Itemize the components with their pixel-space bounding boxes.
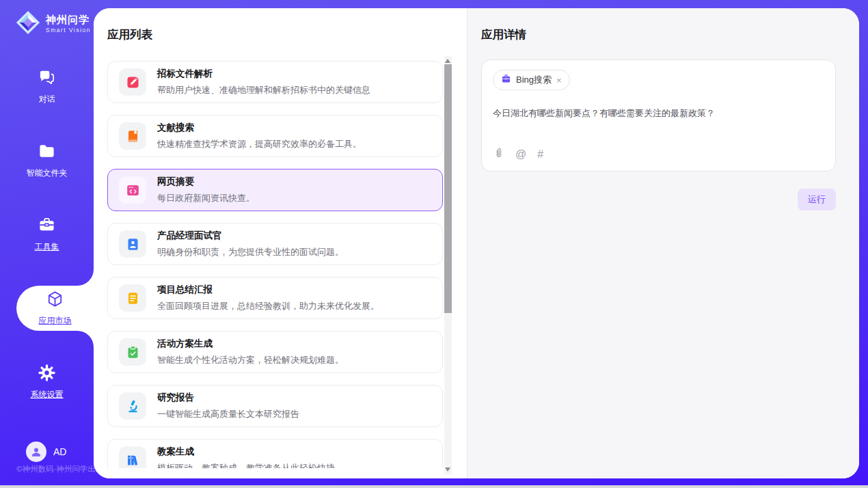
user-account[interactable]: AD (26, 442, 66, 462)
browser-code-icon (119, 176, 146, 204)
app-list-item[interactable]: 研究报告 一键智能生成高质量长文本研究报告 (107, 385, 443, 427)
app-item-name: 产品经理面试官 (157, 230, 344, 242)
app-item-desc: 智能生成个性化活动方案，轻松解决规划难题。 (157, 354, 344, 366)
tool-tag-bing-search[interactable]: Bing搜索 × (493, 70, 570, 90)
app-detail-title: 应用详情 (481, 27, 859, 42)
toolbox-icon (38, 216, 56, 237)
app-item-desc: 全面回顾项目进展，总结经验教训，助力未来优化发展。 (157, 300, 379, 312)
window-bottom-edge (0, 485, 868, 488)
books-icon (119, 446, 146, 468)
app-item-desc: 每日政府新闻资讯快查。 (157, 192, 255, 204)
user-name: AD (53, 446, 66, 457)
sidebar-item-label: 系统设置 (31, 389, 64, 401)
paperclip-icon[interactable] (493, 147, 504, 162)
report-doc-icon (119, 284, 146, 312)
app-item-name: 活动方案生成 (157, 338, 344, 350)
app-list-viewport: 招标文件解析 帮助用户快速、准确地理解和解析招标书中的关键信息 文献搜索 快速精… (94, 53, 467, 468)
app-item-desc: 帮助用户快速、准确地理解和解析招标书中的关键信息 (157, 84, 370, 96)
app-list-item[interactable]: 教案生成 模板驱动，教案秒成，教学准备从此轻松快捷 (107, 439, 443, 468)
sidebar-nav: 对话 智能文件夹 工具集 (0, 64, 94, 433)
gear-icon (38, 364, 56, 385)
book-icon (119, 122, 146, 150)
folder-icon (38, 142, 56, 163)
logo-diamond-icon (15, 10, 41, 38)
app-item-name: 招标文件解析 (157, 68, 370, 80)
app-item-desc: 明确身份和职责，为您提供专业性的面试问题。 (157, 246, 344, 258)
briefcase-icon (501, 74, 511, 87)
microscope-icon (119, 392, 146, 420)
sidebar-item-toolset[interactable]: 工具集 (0, 212, 94, 257)
mention-icon[interactable]: @ (515, 149, 526, 160)
app-detail-panel: 应用详情 Bing搜索 × 今日湖北有哪些新闻要点？有哪些需要关注的最新政策？ (467, 8, 859, 478)
app-list-item[interactable]: 网页摘要 每日政府新闻资讯快查。 (107, 169, 443, 211)
app-item-name: 研究报告 (157, 392, 299, 404)
app-item-name: 网页摘要 (157, 176, 255, 188)
app-list: 招标文件解析 帮助用户快速、准确地理解和解析招标书中的关键信息 文献搜索 快速精… (94, 53, 467, 468)
sidebar: 神州问学 Smart Vision 对话 智能文件夹 (0, 0, 94, 478)
app-item-name: 教案生成 (157, 446, 335, 458)
avatar (26, 442, 46, 462)
brand-subtitle: Smart Vision (46, 27, 91, 33)
app-item-name: 项目总结汇报 (157, 284, 379, 296)
sidebar-item-label: 工具集 (35, 241, 59, 253)
tool-tag-label: Bing搜索 (516, 74, 552, 86)
clipboard-check-icon (119, 338, 146, 366)
query-text[interactable]: 今日湖北有哪些新闻要点？有哪些需要关注的最新政策？ (493, 107, 824, 120)
main-content: 应用列表 招标文件解析 帮助用户快速、准确地理解和解析招标书中的关键信息 文献搜… (94, 8, 859, 478)
hash-icon[interactable]: # (537, 149, 543, 160)
sidebar-item-label: 对话 (39, 94, 55, 105)
brand-name: 神州问学 (46, 14, 91, 26)
app-item-desc: 一键智能生成高质量长文本研究报告 (157, 408, 299, 420)
scroll-up-icon[interactable] (445, 59, 450, 63)
scrollbar-thumb[interactable] (444, 64, 452, 313)
app-list-panel: 应用列表 招标文件解析 帮助用户快速、准确地理解和解析招标书中的关键信息 文献搜… (94, 8, 467, 478)
brand: 神州问学 Smart Vision (0, 0, 94, 38)
scroll-down-icon[interactable] (445, 467, 450, 472)
close-icon[interactable]: × (556, 75, 562, 85)
sidebar-item-label: 智能文件夹 (27, 167, 68, 179)
app-list-title: 应用列表 (107, 27, 467, 42)
sidebar-item-label: 应用市场 (39, 315, 72, 327)
app-list-item[interactable]: 产品经理面试官 明确身份和职责，为您提供专业性的面试问题。 (107, 223, 443, 265)
app-list-item[interactable]: 项目总结汇报 全面回顾项目进展，总结经验教训，助力未来优化发展。 (107, 277, 443, 319)
cube-icon (46, 290, 64, 311)
copyright-text: ©神州数码·神州问学出品 (16, 464, 103, 474)
prompt-composer[interactable]: Bing搜索 × 今日湖北有哪些新闻要点？有哪些需要关注的最新政策？ @ # (481, 59, 836, 172)
run-row: 运行 (481, 189, 836, 211)
run-button[interactable]: 运行 (798, 189, 836, 211)
sidebar-item-app-market[interactable]: 应用市场 (16, 286, 94, 331)
sidebar-item-smart-folder[interactable]: 智能文件夹 (0, 138, 94, 183)
app-list-scrollbar[interactable] (444, 56, 452, 474)
sidebar-item-settings[interactable]: 系统设置 (0, 360, 94, 405)
app-item-desc: 模板驱动，教案秒成，教学准备从此轻松快捷 (157, 462, 335, 468)
chat-icon (38, 68, 56, 90)
app-item-name: 文献搜索 (157, 122, 362, 134)
app-list-item[interactable]: 活动方案生成 智能生成个性化活动方案，轻松解决规划难题。 (107, 331, 443, 373)
composer-toolbar: @ # (493, 147, 543, 162)
sidebar-item-chat[interactable]: 对话 (0, 64, 94, 109)
app-item-desc: 快速精准查找学术资源，提高研究效率的必备工具。 (157, 138, 362, 150)
app-list-item[interactable]: 招标文件解析 帮助用户快速、准确地理解和解析招标书中的关键信息 (107, 61, 443, 103)
interview-icon (119, 230, 146, 258)
app-list-item[interactable]: 文献搜索 快速精准查找学术资源，提高研究效率的必备工具。 (107, 115, 443, 157)
edit-doc-icon (119, 68, 146, 96)
